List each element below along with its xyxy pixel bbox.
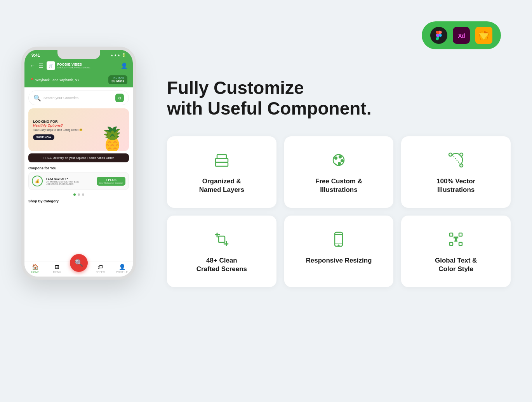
sketch-icon <box>475 27 492 44</box>
layers-icon <box>212 150 232 170</box>
feature-responsive: Responsive Resizing <box>284 216 394 287</box>
plus-badge: + PLUS Your Reload of Comfort <box>97 177 125 186</box>
home-icon: 🏠 <box>32 264 38 270</box>
svg-point-19 <box>338 245 339 246</box>
coupon-main: FLAT $12 OFF* <box>46 177 94 181</box>
feature-title: Global Text &Color Style <box>435 256 477 273</box>
categories-title: Shop By Category <box>28 199 129 203</box>
phone-mockup: 9:41 ▲▲▲ 🔋 ← ☰ 🛒 FOODIE VIBES GROCERY SH… <box>21 47 136 280</box>
nav-menu[interactable]: ⊞ MENU <box>46 264 68 273</box>
instant-badge: INSTANT 35 Mins <box>108 75 127 84</box>
offer-label: OFFER <box>96 271 105 273</box>
shop-now-button[interactable]: SHOP NOW <box>33 134 54 140</box>
svg-rect-6 <box>216 162 228 166</box>
categories-section: Shop By Category <box>24 198 133 205</box>
fab-button[interactable]: 🔍 <box>70 254 88 272</box>
text-style-icon: T <box>446 229 466 249</box>
status-time: 9:41 <box>31 53 40 57</box>
svg-point-11 <box>338 162 341 165</box>
brand-icon: 🛒 <box>47 61 55 70</box>
dot-3 <box>82 193 84 196</box>
feature-text-color: T Global Text &Color Style <box>401 216 511 287</box>
svg-rect-21 <box>459 233 462 236</box>
banner-text: LOOKING FOR Healthly Options? Take Baby … <box>28 116 129 144</box>
coupon-sub: ON MINIMUM ORDER OF $150USE CODE: PLUSCA… <box>46 181 94 185</box>
svg-point-9 <box>339 156 341 158</box>
carousel-dots <box>24 191 133 198</box>
delivery-bar: FREE Delivery on your Square Foodie Vibe… <box>28 153 129 162</box>
back-icon: ← <box>30 63 35 69</box>
crop-icon <box>212 229 232 249</box>
figma-icon <box>430 27 447 44</box>
coupon-badge: 💰 <box>32 176 43 186</box>
menu-label: MENU <box>53 271 61 273</box>
brand-text: FOODIE VIBES GROCERY SHOPPING STORE <box>57 63 90 69</box>
feature-title: Responsive Resizing <box>306 256 372 265</box>
main-heading: Fully Customize with Useful Component. <box>167 78 511 119</box>
coupon-text: FLAT $12 OFF* ON MINIMUM ORDER OF $150US… <box>46 177 94 185</box>
features-grid: Organized &Named Layers Free Custom &Ill… <box>167 136 511 287</box>
svg-rect-5 <box>217 155 226 158</box>
coupons-section: Coupons for You 💰 FLAT $12 OFF* ON MINIM… <box>24 165 133 191</box>
svg-rect-4 <box>216 158 228 162</box>
location-bar: 📍 Wayback Lane Yaphank, NY INSTANT 35 Mi… <box>24 74 133 87</box>
svg-text:T: T <box>454 236 458 242</box>
svg-point-8 <box>335 157 337 159</box>
dot-2 <box>78 193 80 196</box>
svg-rect-22 <box>450 242 453 245</box>
feature-title: Organized &Named Layers <box>199 177 244 194</box>
feature-organized-layers: Organized &Named Layers <box>167 136 276 208</box>
xd-icon: Xd <box>453 27 470 44</box>
svg-rect-15 <box>219 236 225 242</box>
svg-point-10 <box>341 160 343 162</box>
home-label: HOME <box>31 271 39 273</box>
banner-highlight: Healthly Options? <box>33 124 125 127</box>
status-icons: ▲▲▲ 🔋 <box>110 53 126 57</box>
feature-free-custom: Free Custom &Illustrations <box>284 136 394 208</box>
feature-title: Free Custom &Illustrations <box>315 177 362 194</box>
banner-sub: Take Baby steps to start Eating Better.😊 <box>33 129 125 132</box>
dot-1 <box>73 193 76 196</box>
profile-icon: 👤 <box>119 264 125 270</box>
filter-button[interactable]: ⚙ <box>115 94 124 102</box>
coupons-title: Coupons for You <box>28 166 129 170</box>
mobile-icon <box>329 229 349 249</box>
coupon-card: 💰 FLAT $12 OFF* ON MINIMUM ORDER OF $150… <box>28 172 129 190</box>
tool-badge: Xd <box>422 21 501 49</box>
location-text: 📍 Wayback Lane Yaphank, NY <box>30 78 80 82</box>
search-icon: 🔍 <box>33 94 41 102</box>
feature-title: 100% VectorIllustrations <box>436 177 475 194</box>
offer-icon: 🏷 <box>97 264 103 270</box>
nav-offer[interactable]: 🏷 OFFER <box>89 264 111 273</box>
svg-rect-20 <box>450 233 453 236</box>
feature-screens: 48+ CleanCrafted Screens <box>167 216 276 287</box>
nav-profile[interactable]: 👤 PROFILE <box>111 264 133 273</box>
banner-title: LOOKING FOR <box>33 120 125 124</box>
menu-icon: ☰ <box>38 63 43 69</box>
menu-grid-icon: ⊞ <box>55 264 59 270</box>
nav-home[interactable]: 🏠 HOME <box>24 264 46 273</box>
filter-icon: ⚙ <box>118 96 122 100</box>
brand-logo: 🛒 FOODIE VIBES GROCERY SHOPPING STORE <box>47 61 90 70</box>
right-content: Fully Customize with Useful Component. O… <box>167 78 511 287</box>
palette-icon <box>329 150 349 170</box>
feature-title: 48+ CleanCrafted Screens <box>196 256 247 273</box>
feature-vector: 100% VectorIllustrations <box>401 136 511 208</box>
app-header: ← ☰ 🛒 FOODIE VIBES GROCERY SHOPPING STOR… <box>24 59 133 74</box>
search-placeholder: Search your Groceries <box>43 96 113 100</box>
user-icon: 👤 <box>121 63 127 69</box>
promo-banner: LOOKING FOR Healthly Options? Take Baby … <box>28 108 129 151</box>
profile-label: PROFILE <box>116 271 128 273</box>
search-bar[interactable]: 🔍 Search your Groceries ⚙ <box>28 90 129 105</box>
vector-icon <box>446 150 466 170</box>
phone-notch <box>57 50 100 59</box>
svg-rect-23 <box>459 242 462 245</box>
